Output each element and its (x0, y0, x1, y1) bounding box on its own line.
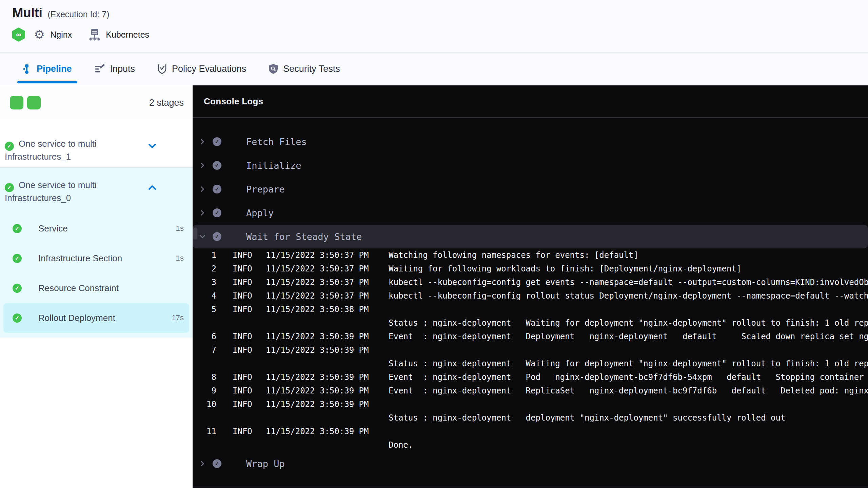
log-line: 8INFO11/15/2022 3:50:39 PMEvent : nginx-… (193, 370, 868, 384)
substep-duration: 1s (176, 224, 184, 233)
console-header: Console Logs (193, 85, 868, 118)
step-success-icon: ✓ (213, 185, 221, 194)
substep-label: Rollout Deployment (38, 313, 172, 323)
main-split: 2 stages ✓One service to multi Infrastru… (0, 85, 868, 488)
step-label: Prepare (246, 184, 285, 195)
log-output: 1INFO11/15/2022 3:50:37 PMWatching follo… (193, 248, 868, 452)
tab-pipeline[interactable]: Pipeline (19, 53, 75, 85)
stage-label: One service to multi Infrastructures_0 (5, 180, 97, 203)
tab-pipeline-label: Pipeline (37, 64, 72, 74)
chevron-down-icon[interactable] (199, 233, 206, 240)
chevron-right-icon[interactable] (199, 162, 206, 169)
success-check-icon: ✓ (13, 224, 22, 233)
stage-item-infrastructures-1[interactable]: ✓One service to multi Infrastructures_1 (0, 120, 193, 163)
console-title: Console Logs (204, 96, 263, 107)
log-line: 1INFO11/15/2022 3:50:37 PMWatching follo… (193, 248, 868, 262)
log-line: 9INFO11/15/2022 3:50:39 PMEvent : nginx-… (193, 384, 868, 398)
tab-security-tests[interactable]: Security Tests (266, 53, 343, 85)
step-label: Fetch Files (246, 137, 307, 147)
tab-policy-evaluations[interactable]: Policy Evaluations (155, 53, 249, 85)
log-line: 11INFO11/15/2022 3:50:39 PM (193, 425, 868, 438)
log-line: 7INFO11/15/2022 3:50:39 PM (193, 343, 868, 357)
substep-label: Service (38, 223, 176, 234)
substep-rollout-deployment[interactable]: ✓ Rollout Deployment 17s (3, 303, 189, 333)
stage-count: 2 stages (149, 98, 184, 108)
tab-inputs[interactable]: Inputs (92, 53, 138, 85)
step-label: Apply (246, 208, 274, 218)
tab-inputs-label: Inputs (110, 64, 135, 74)
infrastructure-name[interactable]: Kubernetes (106, 30, 149, 40)
step-label: Wrap Up (246, 459, 285, 469)
cd-module-icon: ∞ (12, 27, 25, 42)
step-success-icon: ✓ (213, 232, 221, 241)
step-success-icon: ✓ (213, 459, 221, 468)
chevron-up-icon[interactable] (147, 184, 157, 191)
substep-list: ✓ Service 1s ✓ Infrastructure Section 1s… (0, 214, 193, 333)
inputs-icon (94, 64, 105, 74)
step-initialize[interactable]: ✓ Initialize (193, 154, 868, 177)
log-line: 10INFO11/15/2022 3:50:39 PM (193, 398, 868, 411)
log-line: 5INFO11/15/2022 3:50:38 PM (193, 303, 868, 316)
step-apply[interactable]: ✓ Apply (193, 201, 868, 225)
service-name[interactable]: Nginx (50, 30, 72, 40)
success-check-icon: ✓ (13, 313, 22, 323)
console-steps: ✓ Fetch Files ✓ Initialize ✓ Prepare ✓ A (193, 130, 868, 475)
stages-header: 2 stages (0, 85, 193, 120)
chevron-right-icon[interactable] (199, 209, 206, 217)
log-line: Status : nginx-deployment deployment "ng… (193, 411, 868, 425)
step-wrap-up[interactable]: ✓ Wrap Up (193, 452, 868, 475)
top-bar: Multi (Execution Id: 7) ∞ ⚙ Nginx Kubern… (0, 0, 868, 53)
entities-row: ∞ ⚙ Nginx Kubernetes (12, 27, 868, 42)
pane-resize-handle[interactable] (193, 227, 197, 240)
chevron-right-icon[interactable] (199, 138, 206, 145)
chevron-down-icon[interactable] (147, 143, 157, 149)
success-check-icon: ✓ (5, 183, 14, 192)
substep-service[interactable]: ✓ Service 1s (0, 214, 193, 243)
substep-duration: 1s (176, 254, 184, 263)
substep-label: Infrastructure Section (38, 253, 176, 264)
chevron-right-icon[interactable] (199, 460, 206, 467)
substep-duration: 17s (172, 313, 184, 322)
chevron-right-icon[interactable] (199, 185, 206, 193)
step-label: Wait for Steady State (246, 231, 362, 242)
execution-id: (Execution Id: 7) (47, 9, 109, 19)
step-label: Initialize (246, 160, 301, 171)
stage-label: One service to multi Infrastructures_1 (5, 139, 97, 162)
step-success-icon: ✓ (213, 161, 221, 170)
stages-sidebar: 2 stages ✓One service to multi Infrastru… (0, 85, 193, 488)
tab-bar: Pipeline Inputs Policy Evaluations (0, 53, 868, 85)
console-panel: Console Logs ✓ Fetch Files ✓ Initialize … (193, 85, 868, 488)
stage-title: ✓One service to multi Infrastructures_1 (5, 138, 147, 163)
tab-security-tests-label: Security Tests (283, 64, 340, 74)
stage-status-square (27, 96, 41, 109)
step-success-icon: ✓ (213, 208, 221, 217)
step-success-icon: ✓ (213, 137, 221, 146)
substep-infrastructure-section[interactable]: ✓ Infrastructure Section 1s (0, 243, 193, 273)
success-check-icon: ✓ (13, 254, 22, 263)
log-line: 6INFO11/15/2022 3:50:39 PMEvent : nginx-… (193, 330, 868, 343)
pipeline-icon (22, 64, 32, 74)
tab-policy-evaluations-label: Policy Evaluations (172, 64, 246, 74)
page-title: Multi (12, 5, 42, 20)
infrastructure-icon (89, 28, 100, 41)
stage-group-infrastructures-0: ✓One service to multi Infrastructures_0 … (0, 167, 193, 338)
success-check-icon: ✓ (5, 142, 14, 151)
stage-title: ✓One service to multi Infrastructures_0 (5, 179, 147, 204)
substep-resource-constraint[interactable]: ✓ Resource Constraint (0, 273, 193, 303)
log-line: 3INFO11/15/2022 3:50:37 PMkubectl --kube… (193, 276, 868, 289)
log-line: 4INFO11/15/2022 3:50:37 PMkubectl --kube… (193, 289, 868, 303)
stage-status-square (10, 96, 23, 109)
step-fetch-files[interactable]: ✓ Fetch Files (193, 130, 868, 154)
shield-check-icon (157, 64, 167, 75)
step-prepare[interactable]: ✓ Prepare (193, 177, 868, 201)
execution-page: Multi (Execution Id: 7) ∞ ⚙ Nginx Kubern… (0, 0, 868, 488)
log-line: Status : nginx-deployment Waiting for de… (193, 316, 868, 330)
step-wait-for-steady-state[interactable]: ✓ Wait for Steady State (193, 225, 868, 248)
log-line: Status : nginx-deployment Waiting for de… (193, 357, 868, 370)
log-line: Done. (193, 438, 868, 452)
shield-magnifier-icon (269, 64, 278, 75)
log-line: 2INFO11/15/2022 3:50:37 PMWaiting for fo… (193, 262, 868, 276)
substep-label: Resource Constraint (38, 283, 184, 293)
stage-item-infrastructures-0[interactable]: ✓One service to multi Infrastructures_0 (0, 168, 193, 204)
title-row: Multi (Execution Id: 7) (12, 5, 868, 20)
